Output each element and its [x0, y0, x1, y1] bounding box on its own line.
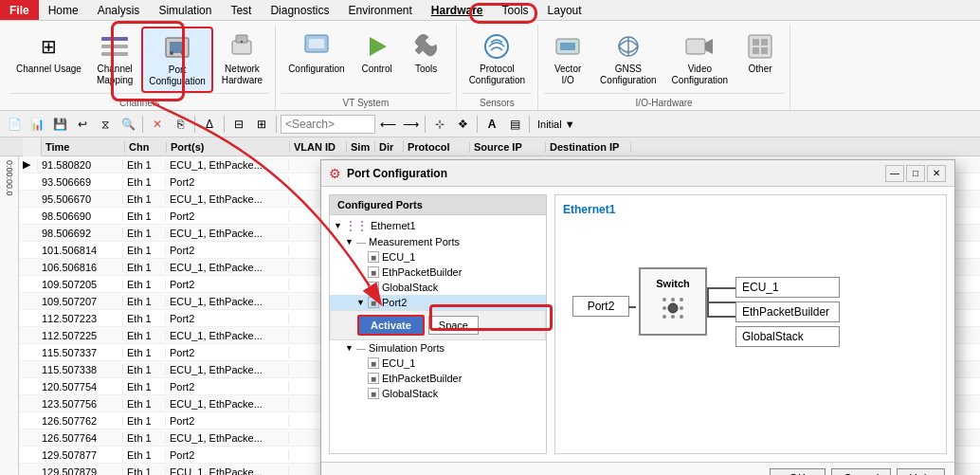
sim-gs-icon: ■ [368, 388, 379, 399]
time-display: 0:00:00.0 [5, 160, 14, 196]
activate-button[interactable]: Activate [357, 315, 425, 336]
dialog-body: Configured Ports ▼ ⋮⋮ Ethernet1 ▼ — Meas… [321, 187, 954, 462]
menu-simulation[interactable]: Simulation [149, 2, 221, 19]
space-button[interactable]: Space [428, 316, 479, 335]
tree-measurement-ports[interactable]: ▼ — Measurement Ports [330, 234, 546, 249]
menu-analysis[interactable]: Analysis [88, 2, 150, 19]
ribbon-btn-port-config[interactable]: PortConfiguration [141, 27, 212, 93]
tree-ethernet1[interactable]: ▼ ⋮⋮ Ethernet1 [330, 217, 546, 234]
dialog-minimize-btn[interactable]: — [885, 165, 904, 182]
ribbon-btn-video[interactable]: VideoConfiguration [665, 27, 735, 91]
menu-home[interactable]: Home [39, 2, 88, 19]
line-ecu [707, 287, 735, 289]
toolbar-sep6 [477, 116, 478, 133]
ribbon-btn-channel-mapping[interactable]: ChannelMapping [90, 27, 139, 91]
ribbon: ⊞ Channel Usage ChannelMapping [0, 21, 980, 111]
tb-nav-prev[interactable]: ⟵ [377, 114, 398, 135]
menu-tools[interactable]: Tools [493, 2, 538, 19]
svg-rect-15 [560, 43, 575, 50]
tree-sim-epb[interactable]: ■ EthPacketBuilder [330, 371, 546, 386]
menu-layout[interactable]: Layout [538, 2, 591, 19]
tree-globalstack[interactable]: ■ GlobalStack [330, 280, 546, 295]
svg-point-5 [170, 51, 173, 55]
tree-port2[interactable]: ▼ ■ Port2 [330, 295, 546, 310]
ribbon-btn-other[interactable]: Other [736, 27, 784, 80]
svg-point-30 [680, 306, 683, 310]
ribbon-group-sensors: ProtocolConfiguration Sensors [457, 25, 538, 110]
tb-new[interactable]: 📄 [4, 114, 25, 135]
tree-sim-gs[interactable]: ■ GlobalStack [330, 386, 546, 401]
tree-sim-epb-label: EthPacketBuilder [382, 373, 462, 384]
cell-expand: ▶ [19, 158, 38, 171]
ribbon-btn-gnss[interactable]: GNSSConfiguration [593, 27, 662, 91]
svg-point-29 [668, 303, 678, 313]
protocol-config-icon [481, 31, 512, 62]
tb-filter[interactable]: ⧖ [95, 114, 116, 135]
col-dir: Dir [375, 141, 404, 153]
ribbon-btn-channel-usage[interactable]: ⊞ Channel Usage [9, 27, 88, 80]
svg-point-27 [680, 298, 683, 301]
svg-rect-21 [753, 39, 759, 46]
tb-chart[interactable]: 📊 [27, 114, 47, 135]
tb-col[interactable]: ⊞ [251, 114, 272, 135]
dialog-close-btn[interactable]: ✕ [927, 165, 946, 182]
tb-bookmark[interactable]: ⊹ [429, 114, 450, 135]
tree-header: Configured Ports [330, 195, 546, 215]
ok-button[interactable]: OK [770, 468, 826, 475]
ribbon-btn-tools[interactable]: Tools [403, 27, 450, 80]
port2-box: Port2 [572, 296, 629, 317]
tree-sim-ecu[interactable]: ■ ECU_1 [330, 356, 546, 371]
toolbar-sep4 [276, 116, 277, 133]
tools-label: Tools [415, 64, 437, 75]
svg-rect-11 [309, 39, 324, 48]
tree-sim-ports[interactable]: ▼ — Simulation Ports [330, 340, 546, 356]
menu-hardware[interactable]: Hardware [422, 2, 493, 19]
svg-point-13 [485, 35, 508, 58]
ribbon-group-channels: ⊞ Channel Usage ChannelMapping [4, 25, 276, 110]
toolbar: 📄 📊 💾 ↩ ⧖ 🔍 ✕ ⎘ Δ ⊟ ⊞ ⟵ ⟶ ⊹ ❖ A ▤ Initia… [0, 111, 980, 137]
tb-mark[interactable]: ❖ [452, 114, 473, 135]
ribbon-group-io: VectorI/O GNSSConfiguration [538, 25, 790, 110]
tb-undo[interactable]: ↩ [72, 114, 93, 135]
switch-box: Switch [639, 267, 707, 336]
tb-save[interactable]: 💾 [49, 114, 70, 135]
dialog-maximize-btn[interactable]: □ [906, 165, 925, 182]
ribbon-btn-vector-io[interactable]: VectorI/O [544, 27, 591, 91]
tree-ethpb[interactable]: ■ EthPacketBuilder [330, 265, 546, 280]
tb-nav-next[interactable]: ⟶ [400, 114, 421, 135]
help-button[interactable]: Help [897, 468, 945, 475]
ribbon-btn-control[interactable]: Control [354, 27, 401, 80]
menu-file[interactable]: File [0, 0, 39, 20]
ribbon-btn-network-hardware[interactable]: NetworkHardware [215, 27, 269, 91]
cancel-button[interactable]: Cancel [831, 468, 891, 475]
ribbon-io-title: I/O-Hardware [544, 93, 784, 108]
tree-ecu1[interactable]: ■ ECU_1 [330, 249, 546, 265]
svg-marker-12 [370, 37, 387, 56]
line-epb [707, 301, 735, 303]
channel-mapping-icon [100, 31, 130, 62]
tb-delete[interactable]: ✕ [147, 114, 168, 135]
tree-arrow: ▼ [345, 237, 356, 247]
tb-layout[interactable]: ▤ [504, 114, 525, 135]
tree-content: ▼ ⋮⋮ Ethernet1 ▼ — Measurement Ports ■ E… [330, 215, 546, 403]
tb-delta[interactable]: Δ [199, 114, 220, 135]
ribbon-vt-title: VT System [281, 93, 449, 108]
tb-find[interactable]: 🔍 [118, 114, 138, 135]
ribbon-btn-protocol-config[interactable]: ProtocolConfiguration [463, 27, 532, 91]
tb-font[interactable]: A [481, 114, 502, 135]
search-input[interactable] [281, 115, 375, 134]
menu-bar: File Home Analysis Simulation Test Diagn… [0, 0, 980, 21]
tb-grid[interactable]: ⊟ [228, 114, 249, 135]
sim-icon: — [356, 343, 366, 354]
epb-box: EthPacketBuilder [735, 301, 840, 322]
svg-point-32 [671, 315, 675, 319]
menu-test[interactable]: Test [221, 2, 261, 19]
video-label: VideoConfiguration [672, 64, 728, 86]
menu-diagnostics[interactable]: Diagnostics [261, 2, 338, 19]
tree-ethernet1-label: Ethernet1 [371, 220, 416, 231]
sim-epb-icon: ■ [368, 373, 379, 384]
ribbon-btn-configuration[interactable]: Configuration [281, 27, 351, 80]
tb-copy[interactable]: ⎘ [170, 114, 191, 135]
svg-rect-2 [101, 52, 128, 56]
menu-environment[interactable]: Environment [338, 2, 421, 19]
